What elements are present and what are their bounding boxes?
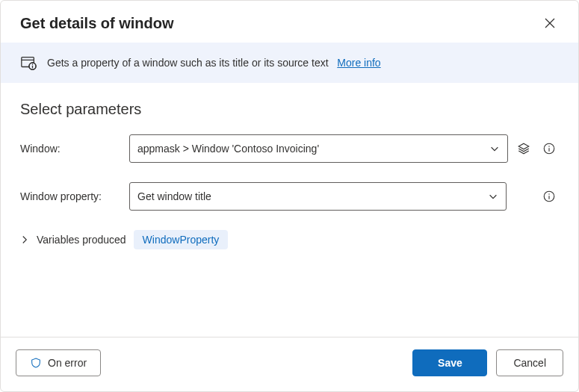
chevron-down-icon [488,191,498,202]
variables-produced-label: Variables produced [37,234,126,246]
shield-icon [30,357,42,369]
on-error-button[interactable]: On error [16,349,101,376]
svg-point-13 [548,193,549,194]
svg-point-10 [548,146,549,146]
window-details-icon [20,55,37,71]
dialog-header: Get details of window [1,1,578,43]
save-button[interactable]: Save [412,349,487,376]
window-label: Window: [20,143,123,155]
window-property-info-button[interactable] [539,187,559,206]
dialog-footer: On error Save Cancel [1,337,578,391]
info-banner: Gets a property of a window such as its … [1,43,578,83]
chevron-down-icon [489,143,500,154]
variables-produced-row: Variables produced WindowProperty [20,230,559,249]
svg-point-6 [32,64,33,65]
window-select[interactable]: appmask > Window 'Contoso Invoicing' [129,134,508,163]
more-info-link[interactable]: More info [337,57,380,69]
close-button[interactable] [541,14,559,32]
window-info-button[interactable] [539,139,559,158]
window-selected-value: appmask > Window 'Contoso Invoicing' [137,143,319,155]
layers-icon [517,142,530,155]
window-property-select[interactable]: Get window title [129,182,507,211]
dialog-title: Get details of window [20,15,174,32]
svg-marker-8 [518,143,529,149]
window-property-selected-value: Get window title [137,190,211,202]
info-icon [542,142,556,155]
window-property-label: Window property: [20,190,123,202]
window-row: Window: appmask > Window 'Contoso Invoic… [20,134,559,163]
parameters-heading: Select parameters [20,101,559,118]
chevron-right-icon [20,235,29,244]
ui-element-picker-button[interactable] [514,139,533,158]
close-icon [544,17,556,29]
dialog-content: Select parameters Window: appmask > Wind… [1,83,578,337]
on-error-label: On error [48,357,87,369]
variables-expand-toggle[interactable] [20,235,29,244]
info-icon [542,190,556,203]
cancel-button[interactable]: Cancel [496,349,563,376]
variable-chip[interactable]: WindowProperty [134,230,229,249]
footer-actions: Save Cancel [412,349,563,376]
window-property-row: Window property: Get window title [20,182,559,211]
info-text: Gets a property of a window such as its … [47,57,381,69]
